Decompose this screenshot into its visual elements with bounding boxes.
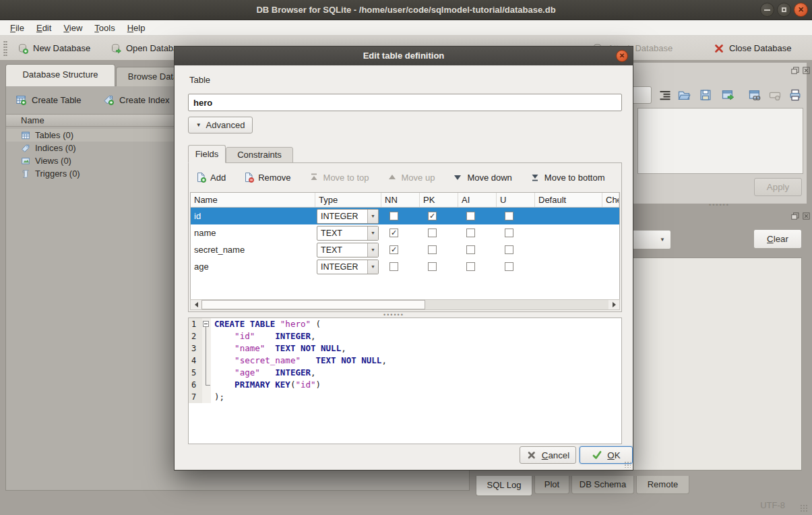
ai-checkbox[interactable] [466, 262, 475, 271]
column-header-pk[interactable]: PK [420, 193, 458, 207]
fields-horizontal-scrollbar[interactable] [190, 299, 620, 310]
ai-checkbox[interactable] [466, 245, 475, 254]
menu-item-file[interactable]: File [4, 20, 30, 36]
column-header-check[interactable]: Check [602, 193, 619, 207]
scroll-right-arrow[interactable] [608, 300, 619, 309]
type-combobox[interactable]: INTEGER▼ [317, 209, 379, 224]
ai-checkbox[interactable] [466, 212, 475, 220]
minimize-button[interactable] [760, 3, 774, 17]
export-icon [721, 88, 735, 102]
maximize-button[interactable] [777, 3, 791, 17]
toolbar-new-database-button[interactable]: New Database [13, 39, 94, 57]
field-row-secret-name[interactable]: secret_nameTEXT▼✓ [191, 241, 619, 258]
chevron-down-icon: ▼ [367, 226, 378, 240]
type-combobox-value: TEXT [317, 245, 367, 255]
type-combobox[interactable]: TEXT▼ [317, 243, 379, 258]
menu-item-tools[interactable]: Tools [88, 20, 121, 36]
toolbar-grip[interactable] [3, 40, 7, 56]
field-row-name[interactable]: nameTEXT▼✓ [191, 224, 619, 241]
menu-item-view[interactable]: View [57, 20, 88, 36]
bottom-tab-db-schema[interactable]: DB Schema [571, 476, 634, 494]
pk-checkbox[interactable] [428, 229, 437, 237]
dock-float-button[interactable] [790, 65, 800, 75]
apply-button[interactable]: Apply [754, 178, 802, 196]
bottom-tab-remote[interactable]: Remote [636, 476, 689, 494]
create-index-button[interactable]: Create Index [100, 91, 172, 109]
dock-splitter-handle[interactable]: •••••• [709, 202, 730, 208]
column-header-default[interactable]: Default [535, 193, 602, 207]
dialog-close-button[interactable]: ✕ [616, 50, 628, 62]
cell-toolbar-mode-icon[interactable] [658, 88, 672, 102]
cell-toolbar-print-icon[interactable] [788, 88, 802, 102]
action-label: Remove [258, 173, 290, 183]
pk-checkbox[interactable] [428, 262, 437, 271]
move-to-bottom-button[interactable]: Move to bottom [530, 172, 605, 183]
column-header-nn[interactable]: NN [381, 193, 420, 207]
clear-log-button[interactable]: Clear [753, 229, 802, 249]
cell-toolbar-save-icon[interactable] [699, 88, 712, 102]
field-u-cell [497, 208, 535, 224]
scroll-left-arrow[interactable] [191, 300, 201, 309]
fold-line [206, 330, 206, 342]
pk-checkbox[interactable]: ✓ [428, 212, 437, 220]
dock-close-button[interactable] [801, 65, 811, 75]
dialog-resize-grip[interactable] [624, 461, 631, 468]
field-row-age[interactable]: ageINTEGER▼ [191, 258, 619, 275]
move-up-button[interactable]: Move up [387, 172, 435, 183]
scrollbar-thumb[interactable] [201, 300, 425, 309]
u-checkbox[interactable] [505, 262, 513, 271]
ai-checkbox[interactable] [466, 229, 475, 237]
sql-code-text: "secret_name" TEXT NOT NULL, [211, 355, 387, 367]
fold-margin [202, 391, 211, 403]
cell-editor-area[interactable] [637, 108, 803, 174]
tab-database-structure[interactable]: Database Structure [5, 64, 115, 86]
remove-button[interactable]: Remove [243, 172, 290, 183]
advanced-button[interactable]: ▼ Advanced [188, 117, 253, 133]
fold-collapse-icon[interactable] [203, 321, 209, 327]
window-titlebar[interactable]: DB Browser for SQLite - /home/user/code/… [0, 0, 812, 20]
add-button[interactable]: Add [195, 172, 226, 183]
column-header-ai[interactable]: AI [458, 193, 497, 207]
dialog-tab-constraints[interactable]: Constraints [226, 147, 293, 163]
bottom-tab-sql-log[interactable]: SQL Log [476, 476, 532, 496]
type-combobox[interactable]: TEXT▼ [317, 226, 379, 241]
table-name-input[interactable] [188, 94, 622, 111]
dialog-titlebar[interactable]: Edit table definition ✕ [175, 47, 633, 65]
nn-checkbox[interactable]: ✓ [389, 245, 398, 254]
dock2-close-button[interactable] [801, 211, 811, 221]
nn-checkbox[interactable] [389, 212, 398, 220]
move-to-top-button[interactable]: Move to top [309, 172, 369, 183]
column-header-u[interactable]: U [497, 193, 535, 207]
create-table-button[interactable]: Create Table [13, 91, 84, 109]
nn-checkbox[interactable]: ✓ [389, 229, 398, 237]
field-row-id[interactable]: idINTEGER▼✓ [191, 208, 619, 224]
scrollbar-track[interactable] [201, 300, 608, 309]
column-header-name[interactable]: Name [191, 193, 315, 207]
cell-toolbar-import-icon[interactable] [677, 88, 691, 102]
column-header-type[interactable]: Type [315, 193, 381, 207]
type-combobox[interactable]: INTEGER▼ [317, 260, 379, 274]
cell-toolbar-link-icon[interactable] [748, 88, 761, 102]
menu-item-edit[interactable]: Edit [30, 20, 57, 36]
fold-margin[interactable] [202, 318, 211, 330]
pk-checkbox[interactable] [428, 245, 437, 254]
u-checkbox[interactable] [505, 212, 513, 220]
close-window-button[interactable]: ✕ [794, 3, 808, 17]
toolbar-close-database-button[interactable]: Close Database [710, 39, 796, 57]
chevron-down-icon: ▼ [196, 122, 201, 128]
nn-checkbox[interactable] [389, 262, 398, 271]
u-checkbox[interactable] [505, 229, 513, 237]
u-checkbox[interactable] [505, 245, 513, 254]
menu-item-help[interactable]: Help [121, 20, 152, 36]
table-label: Table [189, 75, 210, 85]
cell-toolbar-export-icon[interactable] [721, 88, 735, 102]
window-resize-grip[interactable] [800, 504, 808, 512]
dialog-splitter-handle[interactable]: •••••• [383, 311, 404, 318]
cell-toolbar-null-icon[interactable] [768, 88, 782, 102]
bottom-tab-plot[interactable]: Plot [534, 476, 569, 494]
sql-preview-editor[interactable]: 1CREATE TABLE "hero" (2 "id" INTEGER,3 "… [188, 317, 622, 444]
move-down-button[interactable]: Move down [452, 172, 511, 183]
dock2-float-button[interactable] [790, 211, 800, 221]
cancel-button[interactable]: Cancel [520, 446, 576, 464]
dialog-tab-fields[interactable]: Fields [188, 145, 226, 163]
